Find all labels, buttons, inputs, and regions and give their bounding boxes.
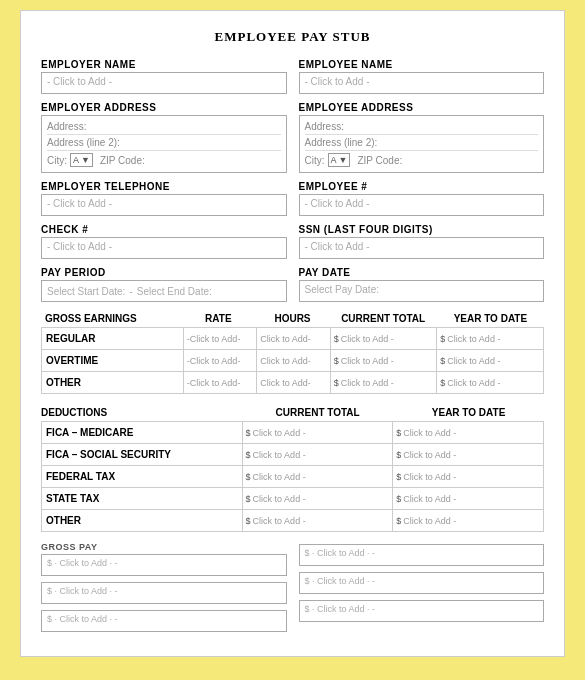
ded-other-current[interactable]: $Click to Add - (243, 510, 394, 531)
employee-address-col: EMPLOYEE ADDRESS Address: Address (line … (299, 102, 545, 173)
earnings-other-yearto[interactable]: $Click to Add - (437, 372, 543, 393)
earnings-yearto-header: YEAR TO DATE (437, 313, 544, 324)
ded-other-label: OTHER (42, 510, 243, 531)
ded-other-yearto[interactable]: $Click to Add - (393, 510, 543, 531)
deductions-title: DEDUCTIONS (41, 407, 242, 418)
employee-num-col: EMPLOYEE # - Click to Add - (299, 181, 545, 216)
earnings-title: GROSS EARNINGS (41, 313, 181, 324)
employee-name-input[interactable]: - Click to Add - (299, 72, 545, 94)
summary-right-input2[interactable]: $ · Click to Add · - (299, 572, 545, 594)
ded-row-other: OTHER $Click to Add - $Click to Add - (41, 510, 544, 532)
employer-address-label: EMPLOYER ADDRESS (41, 102, 287, 113)
earnings-regular-current[interactable]: $Click to Add - (331, 328, 438, 349)
summary-gross-input[interactable]: $ · Click to Add · - (41, 554, 287, 576)
pay-date-label: PAY DATE (299, 267, 545, 278)
employee-address-label: EMPLOYEE ADDRESS (299, 102, 545, 113)
employer-name-input[interactable]: - Click to Add - (41, 72, 287, 94)
earnings-regular-label: REGULAR (42, 328, 184, 349)
ded-state-label: STATE TAX (42, 488, 243, 509)
earnings-row-overtime: OVERTIME -Click to Add- Click to Add- $C… (41, 350, 544, 372)
check-input[interactable]: - Click to Add - (41, 237, 287, 259)
deductions-yearto-header: YEAR TO DATE (393, 407, 544, 418)
employee-addr-line2: Address (line 2): (305, 135, 539, 151)
earnings-overtime-current[interactable]: $Click to Add - (331, 350, 438, 371)
employer-tel-label: EMPLOYER TELEPHONE (41, 181, 287, 192)
check-col: CHECK # - Click to Add - (41, 224, 287, 259)
employee-name-col: EMPLOYEE NAME - Click to Add - (299, 59, 545, 94)
pay-period-sep: - (129, 286, 132, 297)
pay-period-start: Select Start Date: (47, 286, 125, 297)
summary-right-input3[interactable]: $ · Click to Add · - (299, 600, 545, 622)
ded-fica-medicare-yearto[interactable]: $Click to Add - (393, 422, 543, 443)
page-title: EMPLOYEE PAY STUB (41, 29, 544, 45)
summary-left-input3[interactable]: $ · Click to Add · - (41, 610, 287, 632)
ded-fica-ss-yearto[interactable]: $Click to Add - (393, 444, 543, 465)
pay-period-end: Select End Date: (137, 286, 212, 297)
pay-period-input[interactable]: Select Start Date: - Select End Date: (41, 280, 287, 302)
earnings-overtime-hours[interactable]: Click to Add- (257, 350, 330, 371)
pay-period-col: PAY PERIOD Select Start Date: - Select E… (41, 267, 287, 302)
name-row: EMPLOYER NAME - Click to Add - EMPLOYEE … (41, 59, 544, 94)
earnings-other-rate[interactable]: -Click to Add- (184, 372, 257, 393)
pay-period-label: PAY PERIOD (41, 267, 287, 278)
check-label: CHECK # (41, 224, 287, 235)
earnings-hours-header: HOURS (255, 313, 329, 324)
check-ssn-row: CHECK # - Click to Add - SSN (LAST FOUR … (41, 224, 544, 259)
ded-fica-medicare-current[interactable]: $Click to Add - (243, 422, 394, 443)
summary-right-col: $ · Click to Add · - $ · Click to Add · … (299, 542, 545, 638)
ded-row-fica-ss: FICA – SOCIAL SECURITY $Click to Add - $… (41, 444, 544, 466)
tel-emp-row: EMPLOYER TELEPHONE - Click to Add - EMPL… (41, 181, 544, 216)
pay-stub-page: EMPLOYEE PAY STUB EMPLOYER NAME - Click … (20, 10, 565, 657)
earnings-header: GROSS EARNINGS RATE HOURS CURRENT TOTAL … (41, 310, 544, 328)
employee-state-select[interactable]: A ▼ (328, 153, 351, 167)
employee-addr-line1: Address: (305, 119, 539, 135)
employer-state-select[interactable]: A ▼ (70, 153, 93, 167)
ded-federal-yearto[interactable]: $Click to Add - (393, 466, 543, 487)
summary-left-input2[interactable]: $ · Click to Add · - (41, 582, 287, 604)
employee-num-input[interactable]: - Click to Add - (299, 194, 545, 216)
earnings-row-other: OTHER -Click to Add- Click to Add- $Clic… (41, 372, 544, 394)
deductions-current-header: CURRENT TOTAL (242, 407, 393, 418)
employee-address-block: Address: Address (line 2): City: A ▼ ZIP… (299, 115, 545, 173)
earnings-overtime-yearto[interactable]: $Click to Add - (437, 350, 543, 371)
earnings-other-label: OTHER (42, 372, 184, 393)
ded-row-federal: FEDERAL TAX $Click to Add - $Click to Ad… (41, 466, 544, 488)
ded-fica-ss-current[interactable]: $Click to Add - (243, 444, 394, 465)
earnings-regular-rate[interactable]: -Click to Add- (184, 328, 257, 349)
employee-addr-city: City: A ▼ ZIP Code: (305, 151, 539, 169)
earnings-other-hours[interactable]: Click to Add- (257, 372, 330, 393)
earnings-section: GROSS EARNINGS RATE HOURS CURRENT TOTAL … (41, 310, 544, 394)
ded-state-current[interactable]: $Click to Add - (243, 488, 394, 509)
employer-tel-input[interactable]: - Click to Add - (41, 194, 287, 216)
ded-row-state: STATE TAX $Click to Add - $Click to Add … (41, 488, 544, 510)
deductions-header: DEDUCTIONS CURRENT TOTAL YEAR TO DATE (41, 404, 544, 422)
ded-fica-ss-label: FICA – SOCIAL SECURITY (42, 444, 243, 465)
period-date-row: PAY PERIOD Select Start Date: - Select E… (41, 267, 544, 302)
ded-federal-current[interactable]: $Click to Add - (243, 466, 394, 487)
employee-name-label: EMPLOYEE NAME (299, 59, 545, 70)
ded-row-fica-medicare: FICA – MEDICARE $Click to Add - $Click t… (41, 422, 544, 444)
summary-left-col: GROSS PAY $ · Click to Add · - $ · Click… (41, 542, 287, 638)
ded-state-yearto[interactable]: $Click to Add - (393, 488, 543, 509)
ssn-input[interactable]: - Click to Add - (299, 237, 545, 259)
ssn-label: SSN (LAST FOUR DIGITS) (299, 224, 545, 235)
pay-date-col: PAY DATE Select Pay Date: (299, 267, 545, 302)
summary-right-input1[interactable]: $ · Click to Add · - (299, 544, 545, 566)
earnings-overtime-rate[interactable]: -Click to Add- (184, 350, 257, 371)
earnings-regular-hours[interactable]: Click to Add- (257, 328, 330, 349)
employer-name-col: EMPLOYER NAME - Click to Add - (41, 59, 287, 94)
earnings-overtime-label: OVERTIME (42, 350, 184, 371)
employer-addr-line1: Address: (47, 119, 281, 135)
pay-date-input[interactable]: Select Pay Date: (299, 280, 545, 302)
employer-name-label: EMPLOYER NAME (41, 59, 287, 70)
ssn-col: SSN (LAST FOUR DIGITS) - Click to Add - (299, 224, 545, 259)
employer-address-block: Address: Address (line 2): City: A ▼ ZIP… (41, 115, 287, 173)
summary-section: GROSS PAY $ · Click to Add · - $ · Click… (41, 542, 544, 638)
earnings-regular-yearto[interactable]: $Click to Add - (437, 328, 543, 349)
employer-address-col: EMPLOYER ADDRESS Address: Address (line … (41, 102, 287, 173)
address-row: EMPLOYER ADDRESS Address: Address (line … (41, 102, 544, 173)
ded-federal-label: FEDERAL TAX (42, 466, 243, 487)
earnings-rate-header: RATE (181, 313, 255, 324)
employer-addr-city: City: A ▼ ZIP Code: (47, 151, 281, 169)
earnings-other-current[interactable]: $Click to Add - (331, 372, 438, 393)
